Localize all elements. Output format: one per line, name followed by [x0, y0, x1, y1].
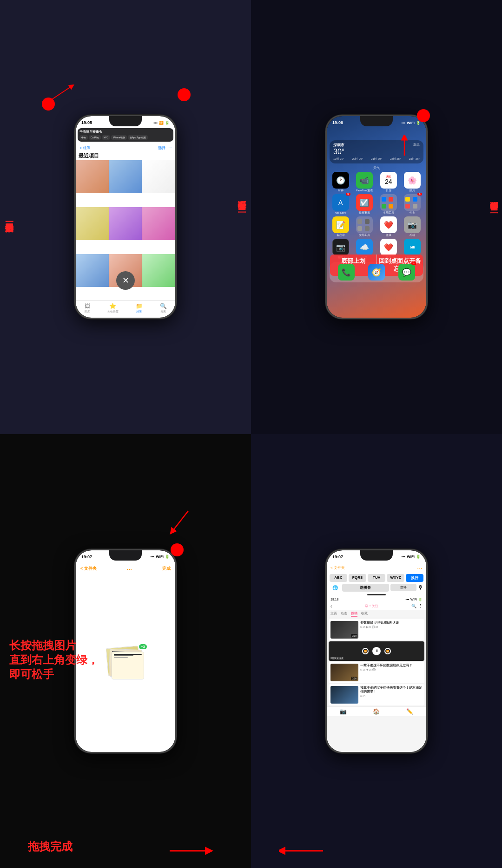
dismiss-button[interactable]: ✕	[116, 271, 135, 290]
bili-time: 18:18	[330, 598, 339, 601]
app-reminders[interactable]: ☑️ 提醒事项	[354, 194, 376, 215]
folder-mini-app	[382, 204, 386, 209]
key-pinyin[interactable]: 选拼音	[342, 584, 389, 592]
photo-cell[interactable]	[76, 207, 109, 240]
app-calendar[interactable]: 周五 24 日历	[377, 172, 400, 192]
app-folder1[interactable]: 实用工具	[377, 194, 400, 215]
photo-cell[interactable]	[142, 160, 175, 193]
kb-more-button[interactable]: ···	[417, 564, 423, 572]
bili-more-icon[interactable]: ⋮	[418, 604, 423, 608]
mic-icon[interactable]: 🎙	[418, 584, 423, 591]
cc-item: 中央	[79, 135, 88, 140]
signal-icon: ▪▪▪	[153, 121, 158, 125]
select-button[interactable]: 选择	[158, 145, 165, 150]
photo-cell[interactable]	[142, 207, 175, 240]
forecast-2: 20时 29°	[352, 157, 363, 161]
pause-button[interactable]: ⏸	[372, 647, 381, 655]
bili-tab-home[interactable]: 主页	[330, 611, 337, 617]
tab-albums[interactable]: 📁 相簿	[136, 303, 143, 314]
notes-label: 备忘录	[337, 234, 345, 237]
quadrant-4: 19:07 ▪▪▪ WiFi 🔋 < 文件夹 ··· ABC PQRS TUV	[251, 434, 502, 868]
folder-back-button[interactable]: < 文件夹	[80, 566, 97, 572]
arrow-bottom-q4	[279, 844, 325, 858]
photos-actions: 选择 ···	[158, 145, 172, 150]
bili-card-1: 0:30 买数据线 记得认准MFI认证 6-15 ▶30 💬38	[329, 619, 424, 640]
dock-safari[interactable]: 🧭	[368, 264, 385, 281]
weather-condition: 高温	[413, 143, 420, 147]
app-health[interactable]: ❤️ 健康	[377, 216, 400, 237]
app-appstore[interactable]: A 9 App Store	[330, 194, 352, 215]
bili-signal: ▪▪▪	[406, 598, 409, 601]
photos-back-button[interactable]: < 相簿	[79, 145, 90, 150]
bili-follow-btn[interactable]: Ⓜ + 关注	[365, 604, 378, 608]
photo-cell[interactable]	[142, 254, 175, 287]
bili-status-icons: ▪▪▪ WiFi 🔋	[406, 598, 423, 601]
note-stack: +3	[107, 647, 144, 679]
bili-dynamic-icon[interactable]: ✏️	[406, 708, 413, 715]
key-wxyz[interactable]: WXYZ	[387, 574, 404, 582]
folder-done-button[interactable]: 完成	[162, 566, 171, 572]
bili-home-icon[interactable]: 📷	[340, 708, 347, 715]
app-notes[interactable]: 📝 备忘录	[330, 216, 352, 237]
note-line	[114, 654, 142, 655]
albums-icon: 📁	[136, 303, 143, 309]
video-bottom-text: 3打快速连接	[330, 657, 343, 659]
status-icons-3: ▪▪▪ WiFi 🔋	[151, 555, 170, 559]
bili-thumb-1: 0:30	[330, 621, 358, 639]
photo-cell[interactable]	[76, 254, 109, 287]
app-clock[interactable]: 🕐 时钟	[330, 172, 352, 192]
appstore-label: App Store	[335, 211, 346, 214]
bili-tab-dynamic[interactable]: 动态	[341, 611, 347, 617]
weather-icon: ☁️	[356, 239, 373, 255]
app-grid-row3: 📝 备忘录 实用工具 ❤️ 健康	[327, 215, 426, 238]
tab-search[interactable]: 🔍 搜索	[160, 303, 167, 314]
bili-back-icon[interactable]: ‹	[330, 604, 332, 609]
key-tuv[interactable]: TUV	[368, 574, 385, 582]
key-return[interactable]: 换行	[406, 574, 423, 582]
folder-more-button[interactable]: ···	[127, 565, 132, 573]
dock-messages[interactable]: 💬 141	[398, 264, 415, 281]
photo-cell[interactable]	[109, 160, 142, 193]
bili-tab-upload[interactable]: 投稿	[351, 611, 357, 617]
bili-tab-collect[interactable]: 收藏	[361, 611, 368, 617]
bili-search-icon[interactable]: 🔍	[411, 604, 416, 608]
bilibili-icon: bili	[404, 239, 421, 255]
globe-icon[interactable]: 🌐	[330, 584, 341, 592]
folder2-icon: 3	[404, 194, 421, 211]
facetime-label: FaceTime通话	[356, 189, 373, 192]
app-folder2[interactable]: 3 件夹	[402, 194, 424, 215]
arrow-bottom-q3	[167, 844, 214, 858]
utilities-icon	[356, 216, 373, 233]
time-4: 19:07	[332, 555, 343, 559]
dock-phone[interactable]: 📞	[338, 264, 355, 281]
app-photos[interactable]: 🌸 照片	[402, 172, 424, 192]
appstore-icon-symbol: A	[338, 199, 343, 206]
photo-cell[interactable]	[109, 207, 142, 240]
prev-15-icon[interactable]: ⏪	[362, 648, 369, 654]
next-15-icon[interactable]: ⏩	[384, 648, 391, 654]
bili-camera-icon[interactable]: 🏠	[373, 708, 380, 715]
tab-search-label: 搜索	[160, 310, 166, 314]
bili-status-bar: 18:18 ▪▪▪ WiFi 🔋	[327, 597, 426, 602]
app-camera[interactable]: 📷 相机	[402, 216, 424, 237]
status-icons-2: ▪▪▪ WiFi 🔋	[402, 121, 421, 125]
weather-widget[interactable]: 深圳市 30° 高温 19时 29° 20时 29° 21时 29° 22时 2…	[330, 140, 423, 163]
for-you-icon: ⭐	[109, 303, 116, 309]
key-space[interactable]: 空格	[390, 584, 416, 591]
photo-cell[interactable]	[76, 160, 109, 193]
tab-for-you[interactable]: ⭐ 为你推荐	[107, 303, 119, 314]
app-facetime[interactable]: 📹 FaceTime通话	[354, 172, 376, 192]
photos-icon: 🌸	[404, 172, 421, 189]
dock: 📞 🧭 💬 141	[330, 262, 423, 282]
key-abc[interactable]: ABC	[330, 574, 347, 582]
tab-library[interactable]: 🖼 图库	[85, 303, 90, 314]
drag-done-annotation: 拖拽完成	[28, 839, 73, 854]
key-pqrs[interactable]: PQRS	[349, 574, 366, 582]
control-center-header: 手电筒与摄像头	[79, 130, 172, 135]
more-button[interactable]: ···	[168, 145, 172, 150]
app-utilities[interactable]: 实用工具	[354, 216, 376, 237]
tab-for-you-label: 为你推荐	[107, 310, 119, 314]
quadrant-2: 19:06 ▪▪▪ WiFi 🔋 深圳市 30° 高温	[251, 0, 502, 434]
notes-kb-nav: < 文件夹 ···	[327, 561, 426, 573]
kb-back-button[interactable]: < 文件夹	[330, 565, 345, 570]
